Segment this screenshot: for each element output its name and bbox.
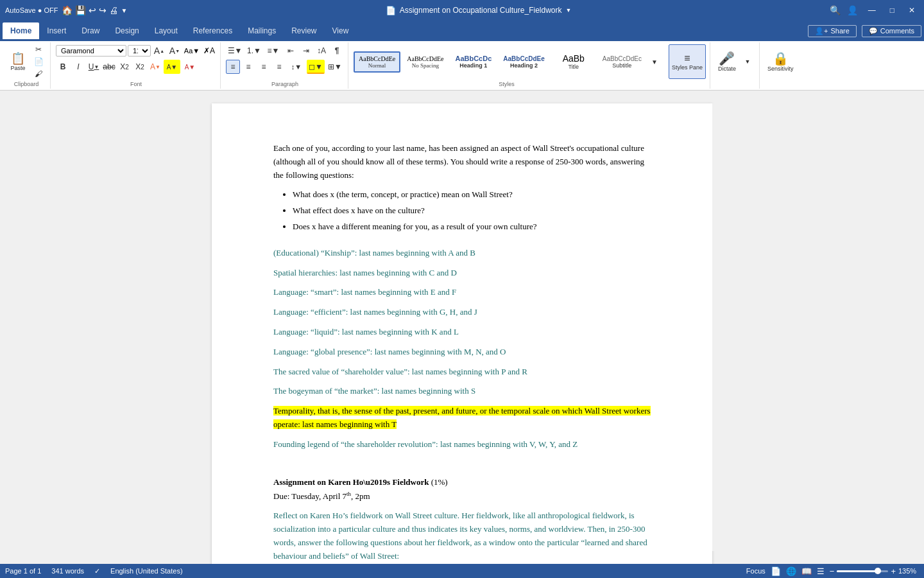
format-painter-icon: 🖌 [35, 69, 42, 78]
underline-button[interactable]: U▼ [87, 60, 101, 74]
styles-pane-group: ≡ Styles Pane [665, 42, 710, 89]
autosave-label[interactable]: AutoSave ● OFF [5, 6, 58, 14]
title-dropdown-icon[interactable]: ▼ [565, 7, 571, 13]
right-margin [712, 103, 898, 551]
print-icon[interactable]: 🖨 [109, 5, 118, 15]
tab-draw[interactable]: Draw [74, 22, 107, 39]
style-normal[interactable]: AaBbCcDdEe Normal [354, 51, 400, 73]
style-title[interactable]: AaBb Title [551, 49, 596, 74]
justify-button[interactable]: ≡ [272, 60, 286, 74]
increase-indent-button[interactable]: ⇥ [299, 44, 313, 58]
dictate-dropdown[interactable]: ▼ [740, 56, 755, 67]
print-layout-icon[interactable]: 📄 [771, 566, 781, 576]
spatial-item: Spatial hierarchies: last names beginnin… [273, 267, 651, 280]
focus-button[interactable]: Focus [746, 567, 766, 575]
styles-label: Styles [499, 80, 515, 87]
styles-more-button[interactable]: ▼ [649, 45, 660, 78]
account-icon[interactable]: 👤 [847, 5, 858, 15]
intro-paragraph: Each one of you, according to your last … [273, 142, 651, 182]
paragraph-label: Paragraph [271, 80, 298, 87]
tab-design[interactable]: Design [107, 22, 146, 39]
change-case-button[interactable]: Aa▼ [183, 44, 201, 58]
web-layout-icon[interactable]: 🌐 [786, 566, 796, 576]
proofing-icon[interactable]: ✓ [94, 567, 100, 575]
page-info: Page 1 of 1 [5, 567, 41, 575]
increase-font-button[interactable]: A▲ [152, 44, 166, 58]
highlight-color-button[interactable]: A▼ [164, 60, 180, 74]
styles-group: AaBbCcDdEe Normal AaBbCcDdEe No Spacing … [350, 42, 663, 89]
minimize-btn[interactable]: — [864, 6, 880, 15]
share-button[interactable]: 👤+ Share [808, 25, 857, 37]
tab-home[interactable]: Home [3, 22, 39, 39]
sensitivity-button[interactable]: 🔒 Sensitivity [765, 44, 796, 79]
search-icon[interactable]: 🔍 [830, 5, 841, 15]
read-mode-icon[interactable]: 📖 [801, 566, 812, 576]
shading-button[interactable]: ◻▼ [307, 60, 325, 74]
styles-pane-button[interactable]: ≡ Styles Pane [669, 44, 706, 79]
line-spacing-button[interactable]: ↕▼ [287, 60, 305, 74]
multilevel-list-button[interactable]: ≡▼ [264, 44, 282, 58]
tab-review[interactable]: Review [284, 22, 324, 39]
cut-button[interactable]: ✂ [31, 44, 46, 55]
para-row2: ≡ ≡ ≡ ≡ ↕▼ ◻▼ ⊞▼ [226, 60, 344, 74]
style-no-spacing[interactable]: AaBbCcDdEe No Spacing [402, 51, 449, 73]
status-right: Focus 📄 🌐 📖 ☰ − + 135% [746, 566, 919, 576]
comments-button[interactable]: 💬 Comments [862, 25, 921, 37]
home-icon[interactable]: 🏠 [62, 5, 73, 15]
tab-view[interactable]: View [325, 22, 357, 39]
format-painter-button[interactable]: 🖌 [31, 68, 46, 80]
dropdown-icon[interactable]: ▼ [121, 7, 127, 14]
tab-insert[interactable]: Insert [39, 22, 74, 39]
bold-button[interactable]: B [56, 60, 70, 74]
show-hide-button[interactable]: ¶ [330, 44, 344, 58]
zoom-out-button[interactable]: − [830, 566, 835, 576]
style-heading1[interactable]: AaBbCcDc Heading 1 [450, 51, 497, 73]
font-color-button[interactable]: A▼ [148, 60, 162, 74]
document-page[interactable]: Each one of you, according to your last … [212, 103, 712, 564]
align-left-button[interactable]: ≡ [226, 60, 240, 74]
word-count: 341 words [51, 567, 84, 575]
tab-layout[interactable]: Layout [147, 22, 185, 39]
align-right-button[interactable]: ≡ [257, 60, 271, 74]
bullets-button[interactable]: ☰▼ [226, 44, 244, 58]
font-family-select[interactable]: Garamond [56, 45, 126, 57]
style-subtitle[interactable]: AaBbCcDdEc Subtitle [597, 51, 647, 73]
language[interactable]: English (United States) [110, 567, 183, 575]
subscript-button[interactable]: X2 [117, 60, 132, 74]
paste-button[interactable]: 📋 Paste [6, 44, 30, 79]
tab-references[interactable]: References [185, 22, 240, 39]
undo-icon[interactable]: ↩ [89, 5, 96, 15]
decrease-indent-button[interactable]: ⇤ [284, 44, 298, 58]
text-shading-button[interactable]: A▼ [182, 60, 198, 74]
zoom-bar: − + 135% [830, 566, 919, 576]
numbering-button[interactable]: 1.▼ [245, 44, 263, 58]
sort-button[interactable]: ↕A [314, 44, 329, 58]
save-icon[interactable]: 💾 [75, 5, 86, 15]
styles-gallery: AaBbCcDdEe Normal AaBbCcDdEe No Spacing … [354, 45, 660, 78]
decrease-font-button[interactable]: A▼ [167, 44, 182, 58]
italic-button[interactable]: I [71, 60, 85, 74]
dictate-button[interactable]: 🎤 Dictate [715, 44, 739, 79]
strikethrough-button[interactable]: abc [102, 60, 116, 74]
align-center-button[interactable]: ≡ [241, 60, 255, 74]
borders-button[interactable]: ⊞▼ [326, 60, 344, 74]
close-btn[interactable]: ✕ [905, 6, 919, 15]
clear-formatting-button[interactable]: ✗A [202, 44, 216, 58]
redo-icon[interactable]: ↪ [99, 5, 107, 15]
tab-mailings[interactable]: Mailings [240, 22, 284, 39]
styles-pane-icon: ≡ [684, 53, 690, 64]
zoom-slider-track[interactable] [837, 570, 888, 572]
outline-icon[interactable]: ☰ [817, 566, 825, 576]
style-heading2[interactable]: AaBbCcDdEe Heading 2 [498, 51, 549, 73]
superscript-button[interactable]: X2 [133, 60, 147, 74]
spacer1 [273, 238, 651, 247]
font-size-select[interactable]: 11 [128, 45, 151, 57]
copy-button[interactable]: 📄 [31, 56, 46, 67]
title-bar-right: 🔍 👤 — □ ✕ [830, 5, 919, 15]
maximize-btn[interactable]: □ [886, 6, 898, 15]
zoom-in-button[interactable]: + [891, 566, 896, 576]
sensitivity-group: 🔒 Sensitivity [761, 42, 800, 89]
share-icon: 👤+ [815, 27, 828, 35]
efficient-item: Language: “efficient”: last names beginn… [273, 306, 651, 319]
smart-item: Language: “smart”: last names beginning … [273, 286, 651, 299]
